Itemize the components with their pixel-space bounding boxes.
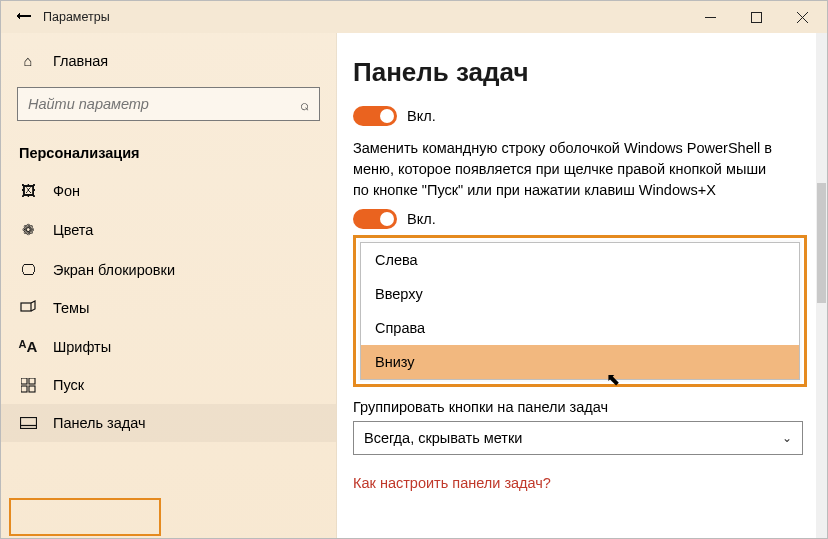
palette-icon: ❁ — [19, 221, 37, 239]
scrollbar-track[interactable] — [816, 33, 827, 538]
group-buttons-label: Группировать кнопки на панели задач — [353, 399, 823, 415]
themes-icon — [19, 300, 37, 316]
svg-rect-9 — [20, 418, 36, 429]
nav-label: Цвета — [53, 222, 93, 238]
sidebar-home[interactable]: ⌂ Главная — [1, 43, 336, 79]
nav-label: Шрифты — [53, 339, 111, 355]
home-label: Главная — [53, 53, 108, 69]
search-icon: ⌕ — [300, 96, 309, 113]
position-option-left[interactable]: Слева — [361, 243, 799, 277]
scrollbar-thumb[interactable] — [817, 183, 826, 303]
back-button[interactable]: 🠔 — [5, 8, 43, 26]
home-icon: ⌂ — [19, 53, 37, 69]
window-title: Параметры — [43, 10, 110, 24]
combo-value: Всегда, скрывать метки — [364, 430, 522, 446]
svg-rect-1 — [751, 12, 761, 22]
toggle-row-2: Вкл. — [353, 209, 823, 229]
svg-rect-4 — [21, 303, 31, 311]
close-button[interactable] — [779, 1, 825, 33]
sidebar-item-taskbar[interactable]: Панель задач — [1, 404, 336, 442]
position-option-bottom[interactable]: Внизу — [361, 345, 799, 379]
nav-label: Панель задач — [53, 415, 146, 431]
fonts-icon: AA — [19, 338, 37, 355]
toggle-label-2: Вкл. — [407, 211, 436, 227]
page-title: Панель задач — [353, 57, 823, 88]
toggle-switch-1[interactable] — [353, 106, 397, 126]
group-buttons-combo[interactable]: Всегда, скрывать метки ⌄ — [353, 421, 803, 455]
chevron-down-icon: ⌄ — [782, 431, 792, 445]
search-input[interactable] — [28, 96, 300, 112]
svg-rect-8 — [29, 386, 35, 392]
titlebar: 🠔 Параметры — [1, 1, 827, 33]
taskbar-position-dropdown-open[interactable]: Слева Вверху Справа Внизу — [360, 242, 800, 380]
nav-label: Темы — [53, 300, 90, 316]
picture-icon: 🖾 — [19, 182, 37, 199]
svg-rect-6 — [29, 378, 35, 384]
sidebar-item-themes[interactable]: Темы — [1, 289, 336, 327]
annotation-highlight-sidebar — [9, 498, 161, 536]
svg-rect-5 — [21, 378, 27, 384]
nav-label: Экран блокировки — [53, 262, 175, 278]
svg-rect-7 — [21, 386, 27, 392]
sidebar-item-colors[interactable]: ❁ Цвета — [1, 210, 336, 250]
maximize-button[interactable] — [733, 1, 779, 33]
sidebar: ⌂ Главная ⌕ Персонализация 🖾 Фон ❁ Цвета… — [1, 33, 337, 538]
position-option-top[interactable]: Вверху — [361, 277, 799, 311]
lockscreen-icon: 🖵 — [19, 261, 37, 278]
search-box[interactable]: ⌕ — [17, 87, 320, 121]
mouse-cursor-icon: ⬉ — [606, 369, 620, 390]
section-title: Персонализация — [1, 129, 336, 171]
toggle-row-1: Вкл. — [353, 106, 823, 126]
start-icon — [19, 378, 37, 393]
minimize-button[interactable] — [687, 1, 733, 33]
sidebar-item-background[interactable]: 🖾 Фон — [1, 171, 336, 210]
sidebar-item-lockscreen[interactable]: 🖵 Экран блокировки — [1, 250, 336, 289]
powershell-description: Заменить командную строку оболочкой Wind… — [353, 138, 783, 201]
help-link[interactable]: Как настроить панели задач? — [353, 475, 551, 491]
position-option-right[interactable]: Справа — [361, 311, 799, 345]
annotation-highlight-dropdown: Слева Вверху Справа Внизу — [353, 235, 807, 387]
toggle-label-1: Вкл. — [407, 108, 436, 124]
nav-label: Фон — [53, 183, 80, 199]
taskbar-icon — [19, 417, 37, 429]
nav-label: Пуск — [53, 377, 84, 393]
sidebar-item-start[interactable]: Пуск — [1, 366, 336, 404]
content-area: Панель задач Вкл. Заменить командную стр… — [337, 33, 827, 538]
sidebar-item-fonts[interactable]: AA Шрифты — [1, 327, 336, 366]
toggle-switch-2[interactable] — [353, 209, 397, 229]
